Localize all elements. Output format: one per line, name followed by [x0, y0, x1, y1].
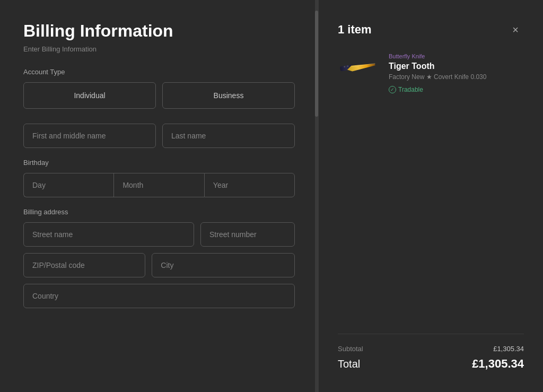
- tradable-badge: ✓ Tradable: [389, 86, 423, 93]
- street-number-input[interactable]: [200, 222, 295, 247]
- tradable-label: Tradable: [398, 86, 423, 93]
- item-card: Butterfly Knife Tiger Tooth Factory New …: [338, 53, 524, 93]
- country-row: [23, 284, 295, 308]
- subtotal-value: £1,305.34: [493, 345, 524, 353]
- account-type-label: Account Type: [23, 68, 295, 76]
- last-name-input[interactable]: [162, 124, 295, 148]
- right-panel: 1 item ×: [318, 0, 543, 392]
- close-button[interactable]: ×: [507, 21, 524, 38]
- birthday-label: Birthday: [23, 159, 295, 167]
- business-button[interactable]: Business: [162, 82, 295, 109]
- items-count: 1 item: [338, 23, 372, 37]
- item-image: [338, 53, 380, 85]
- page-subtitle: Enter Billing Information: [23, 45, 295, 53]
- subtotal-label: Subtotal: [338, 345, 363, 353]
- individual-button[interactable]: Individual: [23, 82, 156, 109]
- zip-input[interactable]: [23, 253, 145, 277]
- right-header: 1 item ×: [338, 21, 524, 38]
- scroll-thumb: [315, 11, 318, 117]
- totals-section: Subtotal £1,305.34 Total £1,305.34: [338, 334, 524, 371]
- street-name-input[interactable]: [23, 222, 194, 247]
- left-panel: Billing Information Enter Billing Inform…: [0, 0, 318, 392]
- item-name: Tiger Tooth: [389, 62, 524, 71]
- total-label: Total: [338, 358, 360, 370]
- item-category: Butterfly Knife: [389, 53, 524, 59]
- account-type-row: Individual Business: [23, 82, 295, 109]
- name-row: [23, 124, 295, 148]
- subtotal-row: Subtotal £1,305.34: [338, 345, 524, 353]
- birthday-row: [23, 173, 295, 197]
- month-input[interactable]: [113, 173, 204, 197]
- billing-address-label: Billing address: [23, 208, 295, 216]
- city-input[interactable]: [152, 253, 295, 277]
- item-description: Factory New ★ Covert Knife 0.030: [389, 73, 524, 81]
- total-value: £1,305.34: [472, 357, 524, 371]
- first-name-input[interactable]: [23, 124, 156, 148]
- description-text: Factory New ★ Covert Knife 0.030: [389, 73, 486, 81]
- address-row-1: [23, 222, 295, 247]
- page-title: Billing Information: [23, 21, 295, 41]
- total-row: Total £1,305.34: [338, 357, 524, 371]
- day-input[interactable]: [23, 173, 113, 197]
- item-info: Butterfly Knife Tiger Tooth Factory New …: [389, 53, 524, 93]
- scroll-indicator: [315, 0, 318, 392]
- address-row-2: [23, 253, 295, 277]
- year-input[interactable]: [204, 173, 295, 197]
- tradable-icon: ✓: [389, 86, 396, 93]
- svg-marker-1: [347, 62, 375, 72]
- country-input[interactable]: [23, 284, 295, 308]
